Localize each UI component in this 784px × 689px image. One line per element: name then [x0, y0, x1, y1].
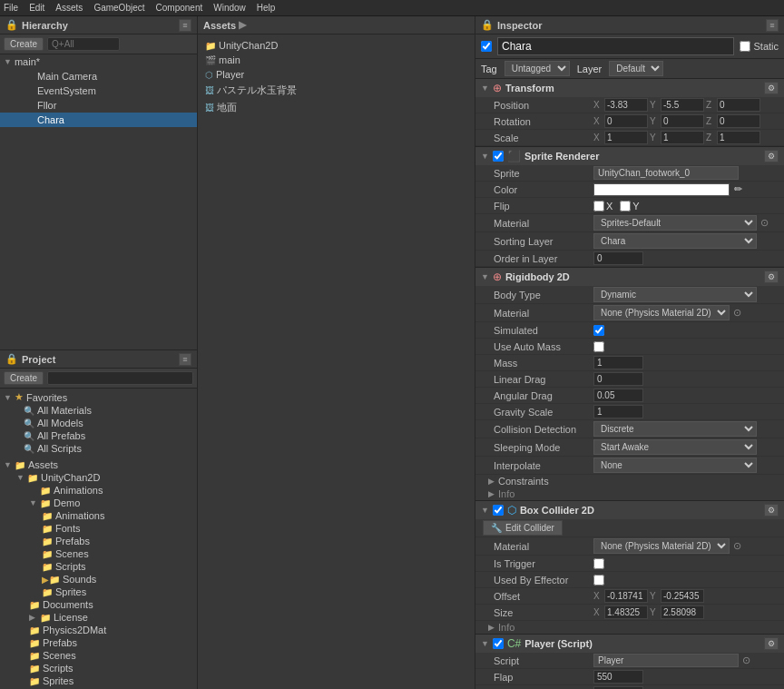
asset-ground[interactable]: 🖼 地面: [201, 99, 471, 116]
hierarchy-menu-btn[interactable]: ≡: [179, 19, 191, 32]
scale-y-field[interactable]: [661, 131, 704, 144]
collider-info-row[interactable]: ▶ Info: [475, 621, 784, 634]
assets-section[interactable]: ▼ 📁 Assets: [2, 458, 195, 471]
prefabs-node[interactable]: 📁 Prefabs: [2, 636, 195, 649]
scripts-node[interactable]: 📁 Scripts: [2, 662, 195, 674]
project-create-btn[interactable]: Create: [4, 371, 44, 385]
demo-animations-node[interactable]: 📁 Animations: [2, 509, 195, 522]
pos-y-field[interactable]: [661, 98, 704, 112]
hierarchy-item-maincamera[interactable]: Main Camera: [0, 69, 197, 84]
order-field[interactable]: [593, 251, 643, 265]
hierarchy-item-chara[interactable]: Chara: [0, 113, 197, 127]
hierarchy-search-input[interactable]: [47, 37, 120, 51]
asset-player[interactable]: ⬡ Player: [201, 67, 471, 82]
color-picker-icon[interactable]: ✏: [734, 183, 742, 195]
scale-x-field[interactable]: [604, 131, 648, 144]
menu-edit[interactable]: Edit: [29, 3, 44, 13]
body-type-select[interactable]: Dynamic: [593, 287, 757, 302]
inspector-menu-btn[interactable]: ≡: [766, 19, 779, 32]
script-field[interactable]: [593, 654, 739, 667]
flap-field[interactable]: [593, 670, 643, 684]
sprite-renderer-settings-btn[interactable]: ⚙: [764, 150, 779, 162]
edit-collider-btn[interactable]: 🔧 Edit Collider: [483, 520, 563, 536]
flip-y-checkbox[interactable]: [620, 201, 631, 212]
hierarchy-create-btn[interactable]: Create: [4, 37, 44, 51]
object-name-field[interactable]: [497, 37, 734, 55]
demo-prefabs-node[interactable]: 📁 Prefabs: [2, 535, 195, 547]
fav-all-models[interactable]: 🔍 All Models: [2, 417, 195, 429]
linear-drag-field[interactable]: [593, 372, 643, 386]
demo-sounds-node[interactable]: ▶📁 Sounds: [2, 573, 195, 586]
bc-material-select[interactable]: None (Physics Material 2D): [593, 538, 730, 554]
favorites-section[interactable]: ▼ ★ Favorites: [2, 390, 195, 404]
is-trigger-checkbox[interactable]: [593, 558, 604, 569]
layer-select[interactable]: Default: [609, 61, 663, 76]
demo-scripts-node[interactable]: 📁 Scripts: [2, 560, 195, 573]
sleeping-mode-select[interactable]: Start Awake: [593, 439, 757, 455]
size-y-field[interactable]: [661, 605, 704, 619]
fav-all-prefabs[interactable]: 🔍 All Prefabs: [2, 429, 195, 442]
object-active-checkbox[interactable]: [481, 41, 492, 52]
demo-scenes-node[interactable]: 📁 Scenes: [2, 547, 195, 560]
scenes-node[interactable]: 📁 Scenes: [2, 649, 195, 662]
collision-detection-select[interactable]: Discrete: [593, 421, 757, 437]
pos-z-field[interactable]: [717, 98, 760, 112]
pos-x-field[interactable]: [604, 98, 648, 112]
rot-z-field[interactable]: [717, 114, 760, 128]
sprites-node[interactable]: 📁 Sprites: [2, 674, 195, 687]
offset-x-field[interactable]: [604, 589, 648, 603]
demo-sprites-node[interactable]: 📁 Sprites: [2, 586, 195, 598]
menu-component[interactable]: Component: [156, 3, 203, 13]
rot-y-field[interactable]: [661, 114, 704, 128]
flip-x-checkbox[interactable]: [593, 201, 604, 212]
menu-file[interactable]: File: [4, 3, 18, 13]
unity-chan-2d-node[interactable]: ▼ 📁 UnityChan2D: [2, 471, 195, 484]
used-by-effector-checkbox[interactable]: [593, 575, 604, 586]
transform-header[interactable]: ▼ ⊕ Transform ⚙: [475, 79, 784, 97]
interpolate-select[interactable]: None: [593, 458, 757, 473]
asset-pastel[interactable]: 🖼 パステル水玉背景: [201, 82, 471, 99]
documents-node[interactable]: 📁 Documents: [2, 598, 195, 611]
constraints-row[interactable]: ▶ Constraints: [475, 475, 784, 487]
player-script-checkbox[interactable]: [493, 638, 504, 649]
scale-z-field[interactable]: [717, 131, 760, 144]
project-menu-btn[interactable]: ≡: [179, 353, 191, 366]
color-swatch[interactable]: [593, 183, 730, 196]
sprite-renderer-checkbox[interactable]: [493, 151, 504, 162]
fav-all-materials[interactable]: 🔍 All Materials: [2, 404, 195, 417]
rigidbody2d-header[interactable]: ▼ ⊕ Rigidbody 2D ⚙: [475, 268, 784, 286]
menu-help[interactable]: Help: [257, 3, 276, 13]
menu-assets[interactable]: Assets: [55, 3, 83, 13]
size-x-field[interactable]: [604, 605, 648, 619]
rigidbody-info-row[interactable]: ▶ Info: [475, 487, 784, 500]
player-script-settings-btn[interactable]: ⚙: [764, 637, 779, 650]
offset-y-field[interactable]: [661, 589, 704, 603]
hierarchy-item-fllor[interactable]: Fllor: [0, 98, 197, 113]
fav-all-scripts[interactable]: 🔍 All Scripts: [2, 442, 195, 455]
license-node[interactable]: ▶ 📁 License: [2, 611, 195, 624]
mass-field[interactable]: [593, 356, 643, 369]
animations-node[interactable]: 📁 Animations: [2, 484, 195, 497]
box-collider2d-checkbox[interactable]: [493, 505, 504, 516]
rot-x-field[interactable]: [604, 114, 648, 128]
rigidbody2d-settings-btn[interactable]: ⚙: [764, 271, 779, 283]
sorting-select[interactable]: Chara: [593, 233, 757, 249]
box-collider2d-header[interactable]: ▼ ⬡ Box Collider 2D ⚙: [475, 501, 784, 519]
transform-settings-btn[interactable]: ⚙: [764, 82, 779, 94]
gravity-scale-field[interactable]: [593, 405, 643, 418]
use-auto-mass-checkbox[interactable]: [593, 341, 604, 352]
angular-drag-field[interactable]: [593, 389, 643, 402]
sprite-field[interactable]: [593, 166, 739, 180]
asset-main[interactable]: 🎬 main: [201, 53, 471, 67]
rb-material-select[interactable]: None (Physics Material 2D): [593, 305, 730, 320]
asset-unitychan2d[interactable]: 📁 UnityChan2D: [201, 38, 471, 53]
material-select[interactable]: Sprites-Default: [593, 215, 757, 231]
hierarchy-item-eventsystem[interactable]: EventSystem: [0, 84, 197, 98]
demo-fonts-node[interactable]: 📁 Fonts: [2, 522, 195, 535]
demo-node[interactable]: ▼ 📁 Demo: [2, 497, 195, 509]
static-checkbox[interactable]: [740, 41, 750, 52]
hierarchy-scene-item[interactable]: ▼ main*: [0, 54, 197, 69]
physics2dmat-node[interactable]: 📁 Physics2DMat: [2, 624, 195, 636]
menu-gameobject[interactable]: GameObject: [93, 3, 144, 13]
box-collider2d-settings-btn[interactable]: ⚙: [764, 504, 779, 517]
